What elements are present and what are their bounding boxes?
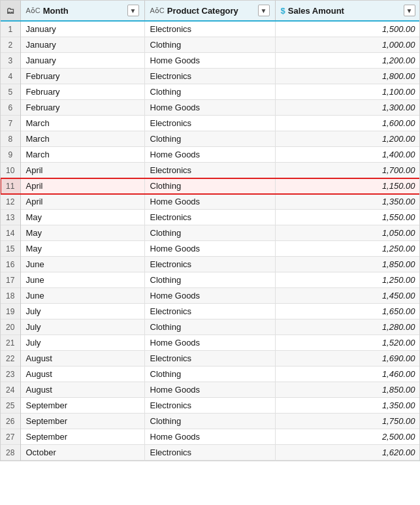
- row-category: Clothing: [144, 225, 275, 241]
- table-row[interactable]: 1JanuaryElectronics1,500.00: [1, 21, 420, 37]
- row-sales: 1,280.00: [275, 319, 420, 335]
- row-index: 1: [1, 21, 20, 37]
- row-sales: 1,500.00: [275, 21, 420, 37]
- sales-filter-button[interactable]: ▼: [404, 5, 415, 16]
- row-month: March: [20, 116, 144, 131]
- row-index: 12: [1, 194, 20, 210]
- row-category: Clothing: [144, 84, 275, 100]
- row-month: January: [20, 21, 144, 37]
- row-index: 21: [1, 335, 20, 351]
- category-header[interactable]: AǒC Product Category ▼: [144, 1, 275, 21]
- row-category: Electronics: [144, 116, 275, 131]
- row-category: Clothing: [144, 414, 275, 429]
- row-month: February: [20, 84, 144, 100]
- row-category: Clothing: [144, 178, 275, 194]
- row-sales: 1,400.00: [275, 147, 420, 163]
- index-header: 🗂: [1, 1, 20, 21]
- row-index: 26: [1, 414, 20, 429]
- row-month: February: [20, 69, 144, 84]
- table-row[interactable]: 6FebruaryHome Goods1,300.00: [1, 100, 420, 116]
- category-filter-button[interactable]: ▼: [258, 5, 270, 16]
- abc-icon-category: AǒC: [150, 7, 165, 15]
- row-sales: 1,460.00: [275, 367, 420, 382]
- row-sales: 1,350.00: [275, 194, 420, 210]
- row-month: March: [20, 147, 144, 163]
- row-category: Home Goods: [144, 429, 275, 445]
- row-sales: 1,000.00: [275, 37, 420, 53]
- table-row[interactable]: 18JuneHome Goods1,450.00: [1, 288, 420, 304]
- table-row[interactable]: 9MarchHome Goods1,400.00: [1, 147, 420, 163]
- row-sales: 1,620.00: [275, 445, 420, 461]
- row-sales: 1,690.00: [275, 351, 420, 367]
- row-index: 2: [1, 37, 20, 53]
- row-index: 5: [1, 84, 20, 100]
- row-category: Home Goods: [144, 335, 275, 351]
- table-row[interactable]: 4FebruaryElectronics1,800.00: [1, 69, 420, 84]
- row-sales: 1,850.00: [275, 382, 420, 398]
- row-sales: 1,150.00: [275, 178, 420, 194]
- table-row[interactable]: 16JuneElectronics1,850.00: [1, 257, 420, 272]
- row-month: July: [20, 319, 144, 335]
- table-row[interactable]: 21JulyHome Goods1,520.00: [1, 335, 420, 351]
- row-sales: 1,200.00: [275, 131, 420, 147]
- row-month: August: [20, 351, 144, 367]
- row-month: September: [20, 429, 144, 445]
- row-index: 23: [1, 367, 20, 382]
- month-header[interactable]: AǒC Month ▼: [20, 1, 144, 21]
- table-row[interactable]: 8MarchClothing1,200.00: [1, 131, 420, 147]
- table-row[interactable]: 7MarchElectronics1,600.00: [1, 116, 420, 131]
- table-row[interactable]: 13MayElectronics1,550.00: [1, 210, 420, 225]
- row-index: 6: [1, 100, 20, 116]
- row-month: February: [20, 100, 144, 116]
- row-category: Electronics: [144, 304, 275, 319]
- row-sales: 1,550.00: [275, 210, 420, 225]
- row-category: Electronics: [144, 351, 275, 367]
- table-row[interactable]: 12AprilHome Goods1,350.00: [1, 194, 420, 210]
- row-sales: 1,520.00: [275, 335, 420, 351]
- row-index: 22: [1, 351, 20, 367]
- row-month: June: [20, 288, 144, 304]
- table-row[interactable]: 20JulyClothing1,280.00: [1, 319, 420, 335]
- row-sales: 1,050.00: [275, 225, 420, 241]
- row-category: Electronics: [144, 445, 275, 461]
- table-row[interactable]: 2JanuaryClothing1,000.00: [1, 37, 420, 53]
- row-category: Clothing: [144, 272, 275, 288]
- table-row[interactable]: 22AugustElectronics1,690.00: [1, 351, 420, 367]
- sales-header[interactable]: $ Sales Amount ▼: [275, 1, 420, 21]
- row-category: Electronics: [144, 163, 275, 178]
- row-category: Electronics: [144, 210, 275, 225]
- table-row[interactable]: 17JuneClothing1,250.00: [1, 272, 420, 288]
- table-row[interactable]: 24AugustHome Goods1,850.00: [1, 382, 420, 398]
- row-index: 18: [1, 288, 20, 304]
- row-index: 13: [1, 210, 20, 225]
- table-row[interactable]: 28OctoberElectronics1,620.00: [1, 445, 420, 461]
- table-row[interactable]: 26SeptemberClothing1,750.00: [1, 414, 420, 429]
- table-row[interactable]: 25SeptemberElectronics1,350.00: [1, 398, 420, 414]
- table-row[interactable]: 15MayHome Goods1,250.00: [1, 241, 420, 257]
- row-category: Clothing: [144, 131, 275, 147]
- table-row[interactable]: 19JulyElectronics1,650.00: [1, 304, 420, 319]
- index-icon: 🗂: [6, 6, 14, 16]
- month-filter-button[interactable]: ▼: [127, 5, 139, 16]
- table-row[interactable]: 27SeptemberHome Goods2,500.00: [1, 429, 420, 445]
- row-index: 14: [1, 225, 20, 241]
- row-month: March: [20, 131, 144, 147]
- row-index: 4: [1, 69, 20, 84]
- dollar-icon: $: [281, 6, 285, 16]
- month-header-label: Month: [43, 6, 69, 16]
- row-index: 27: [1, 429, 20, 445]
- row-category: Clothing: [144, 319, 275, 335]
- table-row[interactable]: 14MayClothing1,050.00: [1, 225, 420, 241]
- table-row[interactable]: 3JanuaryHome Goods1,200.00: [1, 53, 420, 69]
- table-row[interactable]: 11AprilClothing1,150.00: [1, 178, 420, 194]
- table-row[interactable]: 23AugustClothing1,460.00: [1, 367, 420, 382]
- row-sales: 1,300.00: [275, 100, 420, 116]
- row-sales: 1,100.00: [275, 84, 420, 100]
- row-category: Electronics: [144, 21, 275, 37]
- row-category: Home Goods: [144, 147, 275, 163]
- row-sales: 1,700.00: [275, 163, 420, 178]
- table-row[interactable]: 10AprilElectronics1,700.00: [1, 163, 420, 178]
- table-row[interactable]: 5FebruaryClothing1,100.00: [1, 84, 420, 100]
- row-index: 25: [1, 398, 20, 414]
- row-sales: 1,850.00: [275, 257, 420, 272]
